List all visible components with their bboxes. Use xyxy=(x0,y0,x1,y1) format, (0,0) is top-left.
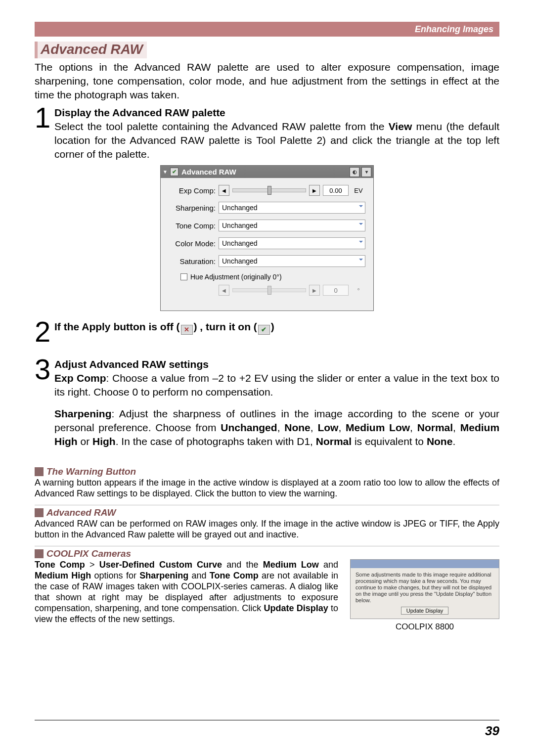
apply-toggle-icon[interactable]: ✔ xyxy=(170,168,178,176)
opt-medlow: Medium Low xyxy=(346,422,410,433)
hue-label: Hue Adjustment (originally 0°) xyxy=(190,273,282,281)
step-2-pre: If the Apply button is off ( xyxy=(54,321,180,332)
step-1-title: Display the Advanced RAW palette xyxy=(54,107,225,118)
hue-slider[interactable] xyxy=(232,288,306,292)
step-1-pre: Select the tool palette containing the A… xyxy=(54,121,389,132)
palette-title-bar: ▼ ✔ Advanced RAW ◐ ▾ xyxy=(161,166,373,178)
ml-term: Medium Low xyxy=(263,560,319,570)
snapshot-icon[interactable]: ◐ xyxy=(350,167,359,177)
dialog-figure: Some adjustments made to this image requ… xyxy=(350,559,499,632)
expcomp-term: Exp Comp xyxy=(54,372,106,384)
opt-none-2: None xyxy=(427,436,453,447)
pencil-icon xyxy=(35,508,44,517)
expcomp-increment[interactable]: ▶ xyxy=(309,185,320,196)
note-adv-title: Advanced RAW xyxy=(46,507,116,518)
tc-term: Tone Comp xyxy=(35,560,85,570)
expcomp-value[interactable]: 0.00 xyxy=(323,185,349,196)
step-2-mid: ) , turn it on ( xyxy=(194,321,257,332)
step-number: 2 xyxy=(35,320,54,344)
dialog-caption: COOLPIX 8800 xyxy=(350,622,499,632)
opt-high: High xyxy=(92,436,116,447)
note-adv-body: Advanced RAW can be performed on RAW ima… xyxy=(35,518,499,540)
expcomp-desc: : Choose a value from –2 to +2 EV using … xyxy=(54,372,499,398)
disclosure-triangle-icon[interactable]: ▼ xyxy=(163,169,168,175)
hue-checkbox[interactable] xyxy=(180,273,187,280)
step-3-title: Adjust Advanced RAW settings xyxy=(54,358,209,370)
step-2: 2 If the Apply button is off (✕) , turn … xyxy=(35,320,499,344)
sharpening-dropdown[interactable]: Unchanged xyxy=(219,202,365,214)
tonecomp-dropdown[interactable]: Unchanged xyxy=(219,220,365,231)
opt-unchanged: Unchanged xyxy=(221,422,277,433)
note-warning-body: A warning button appears if the image in… xyxy=(35,477,499,499)
sh-term: Sharpening xyxy=(139,571,188,580)
opt-normal-2: Normal xyxy=(316,436,352,447)
c-m3: options for xyxy=(91,571,139,580)
expcomp-decrement[interactable]: ◀ xyxy=(219,185,229,196)
dialog-text: Some adjustments made to this image requ… xyxy=(356,572,491,603)
c-m4: and xyxy=(188,571,210,580)
view-menu-ref: View xyxy=(389,121,412,132)
step-number: 3 xyxy=(35,357,54,448)
note-warning-title: The Warning Button xyxy=(46,466,136,477)
note-adv-title-row: Advanced RAW xyxy=(35,505,499,518)
pencil-icon xyxy=(35,467,44,476)
footer-rule xyxy=(35,720,499,720)
update-display-button[interactable]: Update Display xyxy=(401,607,449,615)
step-2-post: ) xyxy=(271,321,274,332)
saturation-label: Saturation: xyxy=(169,257,219,266)
tc2-term: Tone Comp xyxy=(210,571,259,580)
note-coolpix-title-row: COOLPIX Cameras xyxy=(35,546,499,559)
opt-low: Low xyxy=(317,422,338,433)
section-title: Advanced RAW xyxy=(35,42,147,58)
saturation-dropdown[interactable]: Unchanged xyxy=(219,255,365,267)
hue-value[interactable]: 0 xyxy=(323,285,349,296)
hue-unit: ° xyxy=(352,287,365,294)
hue-increment[interactable]: ▶ xyxy=(309,285,320,296)
chapter-caption: Enhancing Images xyxy=(415,22,493,37)
page-number: 39 xyxy=(485,723,499,739)
apply-on-icon: ✔ xyxy=(258,325,270,335)
note-coolpix-body: Tone Comp > User-Defined Custom Curve an… xyxy=(35,559,338,632)
pencil-icon xyxy=(35,549,44,558)
step-1: 1 Display the Advanced RAW palette Selec… xyxy=(35,106,499,161)
step-3: 3 Adjust Advanced RAW settings Exp Comp:… xyxy=(35,357,499,448)
colormode-label: Color Mode: xyxy=(169,239,219,248)
expcomp-unit: EV xyxy=(352,187,365,194)
opt-normal: Normal xyxy=(417,422,453,433)
ud-term: Update Display xyxy=(264,603,328,613)
intro-text: The options in the Advanced RAW palette … xyxy=(35,60,499,102)
palette-title-text: Advanced RAW xyxy=(181,168,236,176)
udcc-term: User-Defined Custom Curve xyxy=(99,560,222,570)
note-warning-title-row: The Warning Button xyxy=(35,464,499,477)
step-number: 1 xyxy=(35,106,54,161)
c-m1: and the xyxy=(222,560,263,570)
dialog-titlebar xyxy=(351,560,499,568)
colormode-dropdown[interactable]: Unchanged xyxy=(219,237,365,249)
note-coolpix-title: COOLPIX Cameras xyxy=(46,548,131,559)
opt-none: None xyxy=(284,422,311,433)
hue-decrement[interactable]: ◀ xyxy=(219,285,229,296)
sharpening-post: is equivalent to xyxy=(352,436,427,447)
chapter-header: Enhancing Images xyxy=(35,22,499,37)
sharpening-label: Sharpening: xyxy=(169,204,219,212)
apply-off-icon: ✕ xyxy=(181,325,193,335)
palette-menu-icon[interactable]: ▾ xyxy=(361,167,371,177)
palette-screenshot: ▼ ✔ Advanced RAW ◐ ▾ Exp Comp: ◀ ▶ 0.00 … xyxy=(160,165,374,311)
gt: > xyxy=(85,560,99,570)
mh-term: Medium High xyxy=(35,571,91,580)
expcomp-slider[interactable] xyxy=(232,188,306,192)
expcomp-label: Exp Comp: xyxy=(169,186,219,195)
sharpening-mid: . In the case of photographs taken with … xyxy=(116,436,316,447)
sharpening-term: Sharpening xyxy=(54,408,112,419)
tonecomp-label: Tone Comp: xyxy=(169,222,219,230)
c-m2: and xyxy=(319,560,338,570)
